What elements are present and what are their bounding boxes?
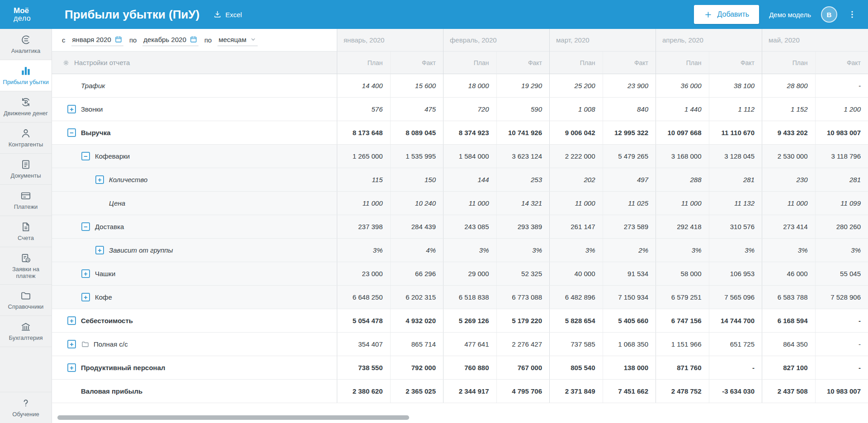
cell-plan: 11 000 — [443, 192, 496, 215]
cell-fact: - — [815, 333, 868, 356]
horizontal-scrollbar-thumb[interactable] — [57, 415, 409, 420]
cell-plan: 2 344 917 — [443, 380, 496, 403]
cell-fact: 3% — [709, 239, 762, 262]
calendar-icon[interactable] — [114, 35, 123, 43]
collapse-row-button[interactable]: − — [67, 128, 76, 137]
expand-row-button[interactable]: + — [67, 363, 76, 372]
cell-fact: 138 000 — [603, 356, 656, 379]
sidebar-item-analytics[interactable]: Аналитика — [0, 29, 52, 60]
expand-row-button[interactable]: + — [95, 175, 104, 184]
sidebar-item-profit-loss[interactable]: Прибыли убытки — [0, 60, 52, 91]
sidebar-item-accounting[interactable]: Бухгалтерия — [0, 316, 52, 347]
plan-fact-subheaders: ПланФактПланФактПланФактПланФактПланФакт — [337, 52, 868, 74]
account-name[interactable]: Демо модель — [769, 11, 811, 19]
subheader-plan: План — [337, 52, 390, 74]
collapse-row-button[interactable]: − — [81, 152, 90, 160]
cell-fact: 1 200 — [815, 98, 868, 121]
cell-fact: 91 534 — [603, 262, 656, 285]
expand-row-button[interactable]: + — [81, 269, 90, 278]
expand-row-button[interactable]: + — [81, 293, 90, 301]
sidebar-item-contractors[interactable]: Контрагенты — [0, 122, 52, 154]
content: с января 2020 по декабрь 2020 по месяцам… — [52, 29, 868, 423]
row-label-cell: +Чашки — [52, 262, 337, 285]
sidebar-item-label: Справочники — [8, 304, 44, 310]
date-from-field[interactable]: января 2020 — [71, 34, 123, 46]
table-row: +Себестоимость5 054 4784 932 0205 269 12… — [52, 309, 868, 333]
chevron-down-icon — [250, 36, 257, 43]
more-menu-button[interactable] — [847, 9, 857, 19]
calendar-icon[interactable] — [189, 35, 198, 43]
cell-plan: 28 800 — [762, 74, 815, 97]
row-label-cell: +Себестоимость — [52, 309, 337, 332]
sidebar-item-education[interactable]: Обучение — [0, 392, 52, 423]
cell-fact: 497 — [603, 168, 656, 191]
cell-fact: 840 — [603, 98, 656, 121]
cell-fact: 12 995 322 — [603, 121, 656, 144]
cell-plan: 805 540 — [549, 356, 603, 379]
row-label-cell: −Выручка — [52, 121, 337, 144]
avatar[interactable]: B — [821, 6, 837, 23]
row-label-cell: Цена — [52, 192, 337, 215]
cell-plan: 6 482 896 — [549, 286, 603, 309]
cell-fact: 767 000 — [496, 356, 550, 379]
excel-export-button[interactable]: Excel — [213, 10, 242, 19]
cell-fact: 38 100 — [709, 74, 762, 97]
collapse-row-button[interactable]: − — [81, 222, 90, 231]
cell-plan: 11 000 — [656, 192, 709, 215]
table-row: +Чашки23 00066 29629 00052 32540 00091 5… — [52, 262, 868, 286]
cell-plan: 738 550 — [337, 356, 390, 379]
cell-plan: 864 350 — [762, 333, 815, 356]
cell-fact: 281 — [815, 168, 868, 191]
cell-fact: 19 290 — [496, 74, 550, 97]
cell-fact: 7 150 934 — [603, 286, 656, 309]
date-from-value: января 2020 — [72, 36, 111, 43]
sidebar-item-payment-requests[interactable]: Заявки на платеж — [0, 247, 52, 285]
date-to-field[interactable]: декабрь 2020 — [142, 34, 198, 46]
sidebar-item-documents[interactable]: Документы — [0, 154, 52, 185]
report-settings-button[interactable]: Настройки отчета — [52, 52, 337, 74]
expand-row-button[interactable]: + — [67, 105, 76, 113]
sidebar-item-payments[interactable]: Платежи — [0, 185, 52, 216]
sidebar-item-directories[interactable]: Справочники — [0, 285, 52, 316]
cell-plan: 477 641 — [443, 333, 496, 356]
sidebar-item-label: Платежи — [14, 204, 38, 211]
row-label-cell: +Зависит от группы — [52, 239, 337, 262]
row-label-cell: +Кофе — [52, 286, 337, 309]
table-row: +Кофе6 648 2506 202 3156 518 8386 773 08… — [52, 286, 868, 309]
cell-fact: 590 — [496, 98, 550, 121]
row-label: Продуктивный персонал — [81, 364, 165, 371]
sidebar-item-cash-flow[interactable]: Движение денег — [0, 91, 52, 122]
invoices-icon — [20, 221, 32, 233]
cell-plan: 237 398 — [337, 215, 390, 238]
row-label-cell: +Полная с/с — [52, 333, 337, 356]
cell-plan: 243 085 — [443, 215, 496, 238]
sidebar-item-invoices[interactable]: Счета — [0, 216, 52, 247]
contractors-icon — [20, 127, 32, 139]
add-button[interactable]: Добавить — [694, 5, 759, 24]
sidebar: АналитикаПрибыли убыткиДвижение денегКон… — [0, 29, 52, 423]
expand-row-button[interactable]: + — [67, 316, 76, 325]
cell-plan: 720 — [443, 98, 496, 121]
app-logo[interactable]: Моё дело — [0, 7, 52, 23]
cell-plan: 3 168 000 — [656, 145, 709, 168]
main-area: АналитикаПрибыли убыткиДвижение денегКон… — [0, 29, 868, 423]
expand-row-button[interactable]: + — [67, 340, 76, 348]
subheader-fact: Факт — [709, 52, 762, 74]
cell-plan: 3% — [337, 239, 390, 262]
row-label: Себестоимость — [81, 317, 133, 324]
period-select[interactable]: месяцам — [217, 34, 258, 46]
cell-fact: 52 325 — [496, 262, 550, 285]
cell-plan: 29 000 — [443, 262, 496, 285]
table-row: +Количество11515014425320249728828123028… — [52, 168, 868, 192]
row-label: Зависит от группы — [109, 246, 173, 254]
cell-plan: 2 530 000 — [762, 145, 815, 168]
horizontal-scrollbar[interactable] — [57, 415, 863, 420]
cell-fact: 3% — [815, 239, 868, 262]
expand-row-button[interactable]: + — [95, 246, 104, 254]
row-label: Звонки — [81, 105, 103, 113]
cell-plan: 2 222 000 — [549, 145, 603, 168]
from-label: с — [62, 36, 66, 44]
cell-fact: 4 932 020 — [390, 309, 443, 332]
cell-fact: 10 741 926 — [496, 121, 550, 144]
cell-fact: 7 565 096 — [709, 286, 762, 309]
